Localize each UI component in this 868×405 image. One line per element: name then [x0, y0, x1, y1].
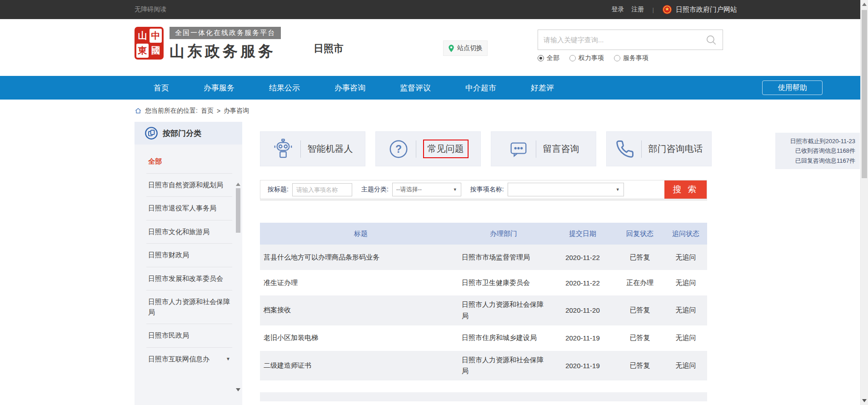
nav-item[interactable]: 结果公示 — [269, 83, 300, 93]
cell-title[interactable]: 二级建造师证书 — [260, 361, 462, 370]
filter-bar: 按标题: 主题分类: --请选择-- ▼ 按事项名称: ▼ 搜 索 — [260, 180, 707, 199]
login-link[interactable]: 登录 — [612, 5, 624, 14]
sidebar-item-label: 日照市财政局 — [148, 250, 189, 260]
search-scope-option[interactable]: 服务事项 — [614, 54, 649, 62]
radio-label: 服务事项 — [623, 54, 649, 62]
tab-phone-consult[interactable]: 部门咨询电话 — [606, 131, 712, 166]
consult-table: 标题 办理部门 提交日期 回复状态 追问状态 莒县什么地方可以办理商品条形码业务… — [260, 223, 707, 401]
cell-title[interactable]: 档案接收 — [260, 306, 462, 315]
tab-faq[interactable]: ? 常见问题 — [375, 131, 481, 166]
page-scrollbar-thumb[interactable] — [862, 10, 867, 178]
department-sidebar: 按部门分类 全部 ▼ 日照市自然资源和规划局 ▼ — [135, 122, 242, 405]
table-body: 莒县什么地方可以办理商品条形码业务 日照市市场监督管理局 2020-11-22 … — [260, 245, 707, 380]
scroll-down-icon[interactable] — [862, 399, 867, 402]
search-button[interactable]: 搜 索 — [664, 180, 707, 199]
radio-icon[interactable] — [538, 55, 544, 61]
sidebar-item-label: 日照市民政局 — [148, 330, 189, 341]
nav-item[interactable]: 办事服务 — [204, 83, 234, 93]
radio-label: 权力事项 — [579, 54, 604, 62]
accessibility-link[interactable]: 无障碍阅读 — [135, 5, 166, 14]
topbar-divider: | — [653, 6, 654, 13]
site-logo[interactable]: 山 中 東 國 全国一体化在线政务服务平台 山东政务服务 — [135, 27, 281, 62]
sidebar-scrollbar-thumb[interactable] — [236, 188, 240, 233]
chevron-down-icon[interactable]: ▼ — [226, 355, 230, 362]
tab-label: 留言咨询 — [543, 143, 579, 155]
cell-followup: 无追问 — [664, 253, 707, 262]
tab-label: 智能机器人 — [308, 143, 353, 155]
sidebar-item[interactable]: 全部 ▼ — [146, 150, 232, 174]
table-row[interactable]: 老旧小区加装电梯 日照市住房和城乡建设局 2020-11-19 已答复 无追问 — [260, 325, 707, 351]
breadcrumb-prefix: 您当前所在的位置: — [145, 107, 198, 115]
sidebar-item[interactable]: 日照市发展和改革委员会 ▼ — [146, 267, 232, 291]
sidebar-item[interactable]: 日照市互联网信息办 ▼ — [146, 348, 232, 371]
nav-item[interactable]: 首页 — [154, 83, 169, 93]
table-row[interactable]: 莒县什么地方可以办理商品条形码业务 日照市市场监督管理局 2020-11-22 … — [260, 245, 707, 270]
register-link[interactable]: 注册 — [632, 5, 644, 14]
tab-message-consult[interactable]: 留言咨询 — [491, 131, 596, 166]
sidebar-item-label: 日照市文化和旅游局 — [148, 227, 210, 237]
sidebar-item[interactable]: 日照市文化和旅游局 ▼ — [146, 220, 232, 244]
stats-line: 已收到咨询信息1168件 — [780, 146, 855, 155]
portal-link[interactable]: 日照市政府门户网站 — [662, 5, 737, 15]
breadcrumb-home[interactable]: 首页 — [201, 107, 214, 115]
stats-line: 日照市截止到2020-11-23 — [780, 136, 855, 146]
cell-reply: 正在办理 — [615, 279, 664, 287]
category-select[interactable]: --请选择-- ▼ — [392, 183, 461, 196]
logo-text: 全国一体化在线政务服务平台 山东政务服务 — [170, 27, 281, 62]
tab-label: 部门咨询电话 — [649, 143, 703, 155]
tab-smart-robot[interactable]: 智能机器人 — [260, 131, 365, 166]
table-row[interactable]: 档案接收 日照市人力资源和社会保障局 2020-11-20 已答复 无追问 — [260, 295, 707, 325]
cell-title[interactable]: 莒县什么地方可以办理商品条形码业务 — [260, 253, 462, 262]
col-header-date: 提交日期 — [550, 230, 615, 238]
national-emblem-icon — [662, 5, 672, 15]
table-row[interactable]: 二级建造师证书 日照市人力资源和社会保障局 2020-11-19 已答复 无追问 — [260, 351, 707, 381]
search-scope-option[interactable]: 权力事项 — [569, 54, 604, 62]
cell-dept: 日照市人力资源和社会保障局 — [462, 355, 550, 377]
table-header-row: 标题 办理部门 提交日期 回复状态 追问状态 — [260, 223, 707, 245]
stats-line: 已回复咨询信息1167件 — [780, 156, 855, 165]
cell-title[interactable]: 准生证办理 — [260, 279, 462, 287]
cell-dept: 日照市人力资源和社会保障局 — [462, 299, 550, 322]
sidebar-item[interactable]: 日照市自然资源和规划局 ▼ — [146, 174, 232, 197]
sidebar-item[interactable]: 日照市人力资源和社会保障局 ▼ — [146, 290, 232, 324]
cell-title[interactable]: 老旧小区加装电梯 — [260, 334, 462, 342]
sidebar-title: 按部门分类 — [163, 128, 201, 139]
sidebar-item-label: 日照市互联网信息办 — [148, 354, 210, 365]
consult-stats: 日照市截止到2020-11-23 已收到咨询信息1168件 已回复咨询信息116… — [775, 133, 860, 169]
sidebar-item-label: 日照市退役军人事务局 — [148, 203, 216, 214]
search-icon[interactable] — [705, 34, 717, 46]
cell-reply: 已答复 — [615, 306, 664, 315]
site-switch-button[interactable]: 站点切换 — [443, 40, 488, 56]
table-row[interactable]: 准生证办理 日照市卫生健康委员会 2020-11-22 正在办理 无追问 — [260, 270, 707, 295]
help-button[interactable]: 使用帮助 — [762, 80, 823, 95]
search-scope-option[interactable]: 全部 — [538, 54, 559, 62]
radio-icon[interactable] — [569, 55, 576, 61]
message-icon — [508, 139, 529, 160]
sidebar-item[interactable]: 日照市民政局 ▼ — [146, 324, 232, 348]
radio-icon[interactable] — [614, 55, 620, 61]
keyword-search-input[interactable] — [544, 36, 705, 44]
content: 按部门分类 全部 ▼ 日照市自然资源和规划局 ▼ — [0, 122, 868, 405]
cell-followup: 无追问 — [664, 361, 707, 370]
city-name: 日照市 — [314, 42, 344, 55]
page-scrollbar[interactable] — [860, 0, 868, 405]
scroll-down-icon[interactable] — [236, 388, 240, 391]
sidebar-item[interactable]: 日照市财政局 ▼ — [146, 244, 232, 267]
cell-dept: 日照市住房和城乡建设局 — [462, 332, 550, 344]
card-divider — [536, 140, 536, 158]
nav-item[interactable]: 中介超市 — [465, 83, 496, 93]
card-divider — [641, 140, 642, 158]
cell-date: 2020-11-19 — [550, 334, 615, 342]
scroll-up-icon[interactable] — [862, 3, 867, 6]
sidebar-item[interactable]: 日照市退役军人事务局 ▼ — [146, 197, 232, 220]
title-filter-label: 按标题: — [268, 185, 289, 194]
phone-icon — [615, 140, 634, 159]
nav-item[interactable]: 办事咨询 — [334, 83, 365, 93]
sidebar-scrollbar[interactable] — [236, 145, 240, 405]
item-name-select[interactable]: ▼ — [508, 183, 624, 196]
title-filter-input[interactable] — [292, 183, 352, 196]
scroll-up-icon[interactable] — [236, 183, 240, 186]
nav-item[interactable]: 好差评 — [531, 83, 554, 93]
nav-item[interactable]: 监督评议 — [400, 83, 431, 93]
header-search-area: 全部 权力事项 服务事项 — [538, 30, 723, 62]
